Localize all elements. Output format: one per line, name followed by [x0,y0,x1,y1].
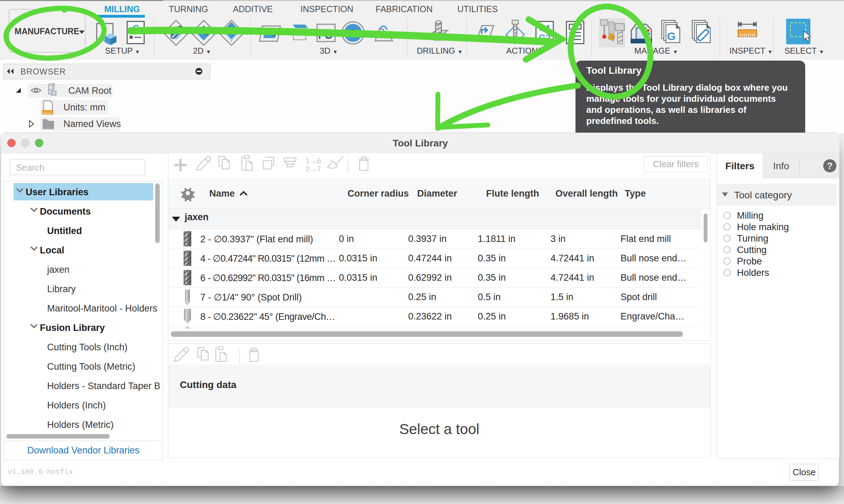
svg-text:G: G [133,23,139,33]
svg-text:G1: G1 [539,23,551,33]
svg-text:G2: G2 [539,33,551,43]
svg-text:1→6: 1→6 [306,157,321,165]
svg-text:2→7: 2→7 [306,165,321,173]
svg-text:G: G [667,30,676,43]
